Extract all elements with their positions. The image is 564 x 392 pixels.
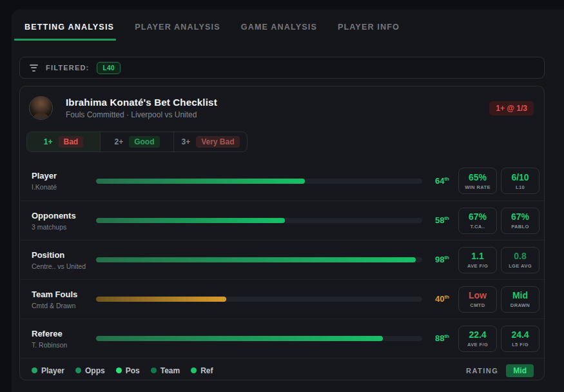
tab-label: PLAYER ANALYSIS <box>135 23 220 32</box>
segment-verdict-badge: Good <box>129 136 159 148</box>
stat-label: AVE F/G <box>467 342 488 348</box>
odds-badge[interactable]: 1+ @ 1/3 <box>489 101 534 115</box>
player-avatar <box>29 96 53 120</box>
row-title: Team Fouls <box>32 289 91 299</box>
percentile-bar <box>96 336 422 341</box>
main-panel: BETTING ANALYSIS PLAYER ANALYSIS GAME AN… <box>12 9 564 392</box>
stat-card: 67% T.CA.. <box>458 208 497 234</box>
percentile-value: 98th <box>430 255 454 264</box>
segment-line-label: 2+ <box>114 137 123 146</box>
filter-badge-l40[interactable]: L40 <box>97 62 121 74</box>
stat-value: 22.4 <box>469 329 486 340</box>
stat-card: Low CMTD <box>458 286 497 313</box>
stat-value: 6/10 <box>511 172 529 182</box>
legend-dot-icon <box>75 368 81 373</box>
tab-player-info[interactable]: PLAYER INFO <box>338 20 400 41</box>
stat-card: 65% WIN RATE <box>458 168 497 194</box>
row-subtitle: Centre.. vs United <box>32 262 91 270</box>
stat-label: L5 F/G <box>512 342 529 348</box>
tab-label: GAME ANALYSIS <box>241 23 317 32</box>
legend-item-pos: Pos <box>116 366 140 375</box>
percentile-bar-fill <box>96 179 305 184</box>
legend-dot-icon <box>151 368 157 373</box>
percentile-bar <box>96 257 422 262</box>
stat-value: 65% <box>469 172 487 182</box>
percentile-value: 58th <box>430 215 454 225</box>
legend-item-ref: Ref <box>191 366 213 375</box>
legend: Player Opps Pos Team Ref <box>32 366 213 375</box>
stat-value: 67% <box>469 211 487 222</box>
stat-label: AVE F/G <box>467 263 488 269</box>
checklist-header: Ibrahima Konaté's Bet Checklist Fouls Co… <box>20 86 544 126</box>
stat-label: LGE AVG <box>509 263 532 269</box>
tab-label: BETTING ANALYSIS <box>24 23 114 32</box>
legend-dot-icon <box>116 368 122 373</box>
row-label: Position Centre.. vs United <box>32 250 91 270</box>
rating: RATING Mid <box>466 364 534 377</box>
segment-line-label: 3+ <box>181 137 190 146</box>
stat-label: L10 <box>516 184 525 190</box>
percentile-value: 88th <box>430 333 454 343</box>
filter-label: FILTERED: <box>46 64 89 72</box>
tab-player-analysis[interactable]: PLAYER ANALYSIS <box>135 20 220 41</box>
segment-verdict-badge: Bad <box>59 136 84 148</box>
checklist-title: Ibrahima Konaté's Bet Checklist <box>66 97 217 108</box>
bet-checklist-card: Ibrahima Konaté's Bet Checklist Fouls Co… <box>19 86 545 380</box>
stat-value: 24.4 <box>511 329 529 340</box>
checklist-subtitle: Fouls Committed · Liverpool vs United <box>66 110 217 119</box>
percentile-bar-fill <box>96 297 226 302</box>
segment-3plus[interactable]: 3+ Very Bad <box>174 132 247 152</box>
stat-label: DRAWN <box>511 302 530 308</box>
row-title: Referee <box>32 329 91 338</box>
stat-label: PABLO <box>511 224 529 230</box>
stat-card: 0.8 LGE AVG <box>501 247 540 273</box>
stat-card: 22.4 AVE F/G <box>458 326 497 352</box>
row-subtitle: I.Konaté <box>32 183 91 191</box>
tab-label: PLAYER INFO <box>338 23 400 32</box>
checklist-rows: Player I.Konaté 64th 65% WIN RATE 6/10 L… <box>20 161 544 358</box>
stat-value: Low <box>469 290 487 300</box>
segment-2plus[interactable]: 2+ Good <box>101 132 174 152</box>
tab-bar: BETTING ANALYSIS PLAYER ANALYSIS GAME AN… <box>24 20 400 41</box>
stat-value: 0.8 <box>514 251 526 261</box>
tab-game-analysis[interactable]: GAME ANALYSIS <box>241 20 317 41</box>
row-subtitle: T. Robinson <box>32 341 91 349</box>
row-player: Player I.Konaté 64th 65% WIN RATE 6/10 L… <box>20 161 544 201</box>
segment-line-label: 1+ <box>44 137 53 146</box>
stat-value: 67% <box>511 211 529 222</box>
row-team-fouls: Team Fouls Cmtd & Drawn 40th Low CMTD Mi… <box>20 279 544 318</box>
stat-card: 67% PABLO <box>501 208 540 234</box>
stat-card: Mid DRAWN <box>501 286 540 313</box>
legend-item-opps: Opps <box>75 366 105 375</box>
percentile-bar <box>96 297 422 302</box>
legend-dot-icon <box>32 368 37 373</box>
legend-dot-icon <box>191 368 197 373</box>
percentile-bar-fill <box>96 218 285 223</box>
stat-value: Mid <box>512 290 528 300</box>
stat-value: 1.1 <box>471 251 483 261</box>
row-subtitle: Cmtd & Drawn <box>32 302 91 309</box>
row-referee: Referee T. Robinson 88th 22.4 AVE F/G 24… <box>20 318 544 358</box>
checklist-footer: Player Opps Pos Team Ref <box>20 358 544 382</box>
stat-label: WIN RATE <box>465 184 491 190</box>
row-title: Player <box>32 171 91 181</box>
segment-verdict-badge: Very Bad <box>196 136 239 148</box>
stat-card: 6/10 L10 <box>501 168 540 194</box>
tab-betting-analysis[interactable]: BETTING ANALYSIS <box>24 20 114 41</box>
rating-badge: Mid <box>506 364 534 377</box>
percentile-bar <box>96 218 422 223</box>
header-text: Ibrahima Konaté's Bet Checklist Fouls Co… <box>66 97 217 119</box>
legend-item-team: Team <box>151 366 180 375</box>
percentile-bar-fill <box>96 257 416 262</box>
percentile-value: 40th <box>430 294 454 304</box>
stat-card: 24.4 L5 F/G <box>501 326 540 352</box>
stat-label: CMTD <box>470 302 485 308</box>
legend-item-player: Player <box>32 366 64 375</box>
percentile-value: 64th <box>430 176 454 186</box>
segment-1plus[interactable]: 1+ Bad <box>27 132 101 152</box>
row-label: Team Fouls Cmtd & Drawn <box>32 289 91 309</box>
filter-bar[interactable]: FILTERED: L40 <box>19 57 545 79</box>
row-position: Position Centre.. vs United 98th 1.1 AVE… <box>20 240 544 279</box>
line-segment-control: 1+ Bad 2+ Good 3+ Very Bad <box>26 132 248 152</box>
row-title: Opponents <box>32 211 91 220</box>
